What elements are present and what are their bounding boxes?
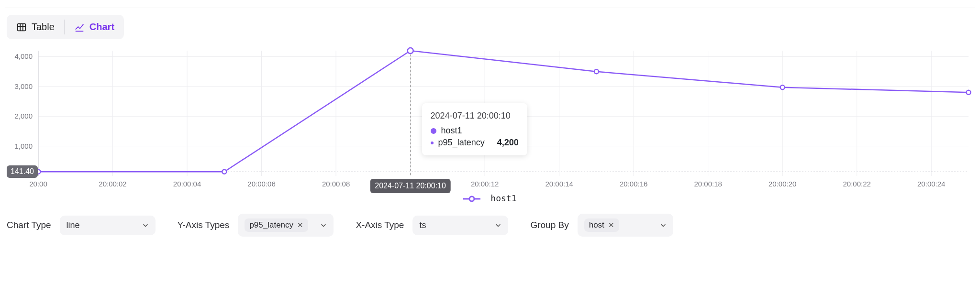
tooltip-title: 2024-07-11 20:00:10 — [431, 111, 519, 121]
chart-view-label: Chart — [89, 22, 114, 33]
chart-type-label: Chart Type — [7, 220, 51, 230]
y-axis-chip-label: p95_latency — [249, 220, 293, 230]
divider — [5, 8, 975, 8]
svg-point-44 — [780, 85, 785, 89]
tooltip-series-name: host1 — [441, 126, 462, 136]
legend: host1 — [5, 193, 975, 203]
y-axis-types-control: Y-Axis Types p95_latency ✕ — [178, 214, 334, 237]
svg-point-49 — [469, 196, 474, 201]
group-by-label: Group By — [530, 220, 568, 230]
svg-text:20:00:06: 20:00:06 — [247, 180, 275, 188]
svg-text:20:00:24: 20:00:24 — [917, 180, 945, 188]
svg-point-45 — [967, 90, 971, 95]
svg-point-43 — [594, 69, 599, 74]
x-axis-type-select[interactable]: ts — [412, 216, 508, 235]
chart-controls: Chart Type line Y-Axis Types p95_latency… — [5, 214, 975, 237]
svg-text:4,000: 4,000 — [14, 52, 33, 60]
chart-type-value: line — [67, 220, 80, 230]
svg-text:3,000: 3,000 — [14, 82, 33, 90]
svg-rect-0 — [18, 23, 26, 31]
x-hover-badge: 2024-07-11 20:00:10 — [370, 179, 451, 193]
view-toggle: Table Chart — [7, 15, 124, 39]
group-by-chip-label: host — [589, 220, 604, 230]
table-view-label: Table — [32, 22, 55, 33]
x-axis-type-control: X-Axis Type ts — [356, 216, 508, 235]
chevron-down-icon — [320, 222, 327, 229]
svg-text:1,000: 1,000 — [14, 142, 33, 150]
svg-text:20:00:04: 20:00:04 — [173, 180, 201, 188]
metric-color-dot — [431, 142, 434, 144]
table-icon — [16, 22, 27, 33]
svg-point-41 — [222, 170, 226, 174]
tooltip: 2024-07-11 20:00:10 host1 p95_latency 4,… — [422, 103, 527, 155]
group-by-chip[interactable]: host ✕ — [584, 218, 619, 232]
legend-label: host1 — [490, 193, 516, 203]
x-axis-type-label: X-Axis Type — [356, 220, 404, 230]
table-view-button[interactable]: Table — [10, 18, 61, 36]
x-axis-type-value: ts — [419, 220, 426, 230]
group-by-control: Group By host ✕ — [530, 214, 673, 237]
svg-text:20:00:20: 20:00:20 — [768, 180, 796, 188]
svg-point-47 — [408, 48, 413, 54]
y-axis-types-select[interactable]: p95_latency ✕ — [238, 214, 334, 237]
chevron-down-icon — [142, 222, 149, 229]
svg-text:20:00:12: 20:00:12 — [471, 180, 499, 188]
svg-text:20:00:02: 20:00:02 — [99, 180, 126, 188]
close-icon[interactable]: ✕ — [297, 221, 303, 229]
tooltip-value: 4,200 — [497, 138, 519, 148]
chart-type-control: Chart Type line — [7, 216, 156, 235]
tooltip-metric-name: p95_latency — [438, 138, 485, 148]
legend-marker — [463, 196, 480, 202]
svg-text:20:00:16: 20:00:16 — [620, 180, 647, 188]
svg-text:20:00:14: 20:00:14 — [545, 180, 573, 188]
view-toggle-separator — [64, 20, 65, 34]
chart[interactable]: 1,0002,0003,0004,00020:0020:00:0220:00:0… — [5, 47, 975, 190]
svg-text:20:00: 20:00 — [29, 180, 47, 188]
svg-text:20:00:22: 20:00:22 — [843, 180, 871, 188]
chart-type-select[interactable]: line — [60, 216, 156, 235]
y-baseline-badge: 141.40 — [7, 165, 38, 178]
chevron-down-icon — [495, 222, 501, 229]
y-axis-types-label: Y-Axis Types — [178, 220, 230, 230]
series-color-dot — [431, 128, 436, 134]
chart-view-button[interactable]: Chart — [67, 18, 121, 36]
svg-text:2,000: 2,000 — [14, 112, 33, 120]
svg-text:20:00:08: 20:00:08 — [322, 180, 350, 188]
svg-text:20:00:18: 20:00:18 — [694, 180, 722, 188]
close-icon[interactable]: ✕ — [608, 221, 614, 229]
y-axis-chip[interactable]: p95_latency ✕ — [245, 218, 308, 232]
chevron-down-icon — [660, 222, 667, 229]
line-chart-icon — [74, 22, 85, 33]
group-by-select[interactable]: host ✕ — [578, 214, 673, 237]
